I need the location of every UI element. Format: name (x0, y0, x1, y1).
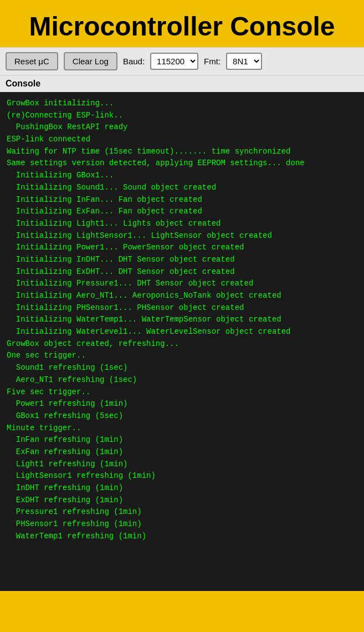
reset-button[interactable]: Reset μC (6, 52, 58, 70)
baud-label: Baud: (123, 57, 145, 66)
console-label-row: Console (0, 75, 364, 92)
fmt-label: Fmt: (204, 57, 221, 66)
clear-log-button[interactable]: Clear Log (64, 52, 117, 70)
header: Microcontroller Console (0, 0, 364, 47)
page-title: Microcontroller Console (6, 11, 358, 42)
fmt-select[interactable]: 8N1 7E1 7O1 (226, 53, 262, 70)
console-output: GrowBox initializing... (re)Connecting E… (0, 92, 364, 591)
toolbar: Reset μC Clear Log Baud: 9600 19200 3840… (0, 47, 364, 75)
baud-select[interactable]: 9600 19200 38400 57600 115200 230400 (150, 53, 198, 70)
console-label: Console (6, 79, 40, 88)
